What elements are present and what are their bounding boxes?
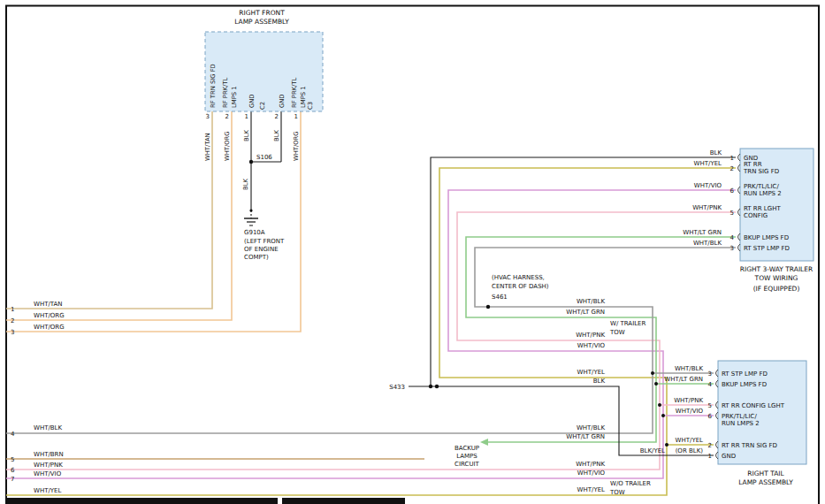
splice-s433-dot: [429, 385, 432, 388]
front-lamp-title-2: LAMP ASSEMBLY: [234, 18, 289, 26]
s461-note-1: (HVAC HARNESS,: [492, 274, 545, 281]
splice-s461-dot: [486, 305, 490, 309]
tail-wire-label: WHT/BLK: [675, 365, 704, 372]
left-wire-label: WHT/VIO: [34, 470, 62, 477]
front-pin-number: 3: [206, 113, 210, 120]
front-pin-number: 1: [294, 113, 298, 120]
ground-lead-dot: [249, 209, 252, 211]
lower-wire-label: WHT/LT GRN: [566, 433, 605, 440]
tow-wire-label: WHT/VIO: [694, 182, 722, 189]
mid-wire-label: WHT/BLK: [577, 298, 606, 305]
tow-pin-function: BKUP LMPS FD: [744, 234, 789, 241]
ground-symbol-icon: [244, 218, 258, 225]
left-wire-label: WHT/PNK: [34, 462, 63, 469]
lower-wire-label: WHT/YEL: [577, 486, 606, 493]
tow-pin-function: PRK/TL/LIC/: [744, 183, 779, 190]
front-pin-label: RF PRK/TL: [291, 77, 298, 108]
front-pin-label: RF TRN SIG FD: [210, 64, 217, 108]
tow-pin-function: RT RR LGHT: [744, 205, 781, 212]
drop-wire-label: WHT/TAN: [204, 133, 211, 161]
left-wire-number: 7: [11, 476, 14, 483]
tow-pin-function: RT STP LMP FD: [744, 245, 790, 252]
tow-box-caption-3: (IF EQUIPPED): [753, 285, 800, 293]
with-trailer-tow-label-2: TOW: [609, 329, 625, 336]
tail-pin-number: 1: [708, 453, 712, 460]
tail-pin-function: BKUP LMPS FD: [722, 381, 767, 388]
junction-dot: [651, 371, 654, 375]
t ow-pin-number: 2: [730, 165, 734, 172]
front-pin-number: 2: [275, 113, 279, 120]
tail-pin-function: RT RR TRN SIG FD: [722, 442, 777, 449]
wire-wht-vio-run: [6, 190, 736, 478]
tail-lamp-box-section: WHT/BLK 3 WHT/LT GRN 4 WHT/PNK 5 WHT/VIO…: [640, 361, 806, 486]
tail-wire-label: WHT/YEL: [676, 437, 704, 444]
tail-pin-function: RT RR CONFIG LGHT: [722, 402, 785, 409]
bottom-bar-right: [282, 498, 405, 504]
splice-s106-dot: [249, 160, 253, 164]
wiring-diagram-canvas: RIGHT FRONT LAMP ASSEMBLY RF TRN SIG FD …: [0, 0, 825, 504]
splice-callouts: (HVAC HARNESS, CENTER OF DASH) S461 S433: [389, 274, 549, 391]
tail-wire-label: WHT/LT GRN: [664, 376, 703, 383]
tow-pin-number: 3: [730, 245, 734, 252]
tail-pin-number: 4: [708, 381, 713, 388]
ground-location-3: COMPT): [244, 254, 269, 261]
tow-pin-function: RUN LMPS 2: [744, 190, 782, 197]
page-border: [6, 6, 819, 504]
with-trailer-tow-label-1: W/ TRAILER: [610, 320, 646, 327]
s106-wire-label: BLK: [242, 179, 249, 190]
tail-pin-function: RT STP LMP FD: [722, 370, 768, 378]
front-pin-number: 2: [225, 113, 229, 120]
splice-s433-dot-2: [435, 385, 439, 388]
front-lamp-title-1: RIGHT FRONT: [239, 9, 285, 17]
tail-wire-label: WHT/VIO: [676, 408, 704, 415]
left-wire-number: 1: [11, 306, 14, 313]
tow-wire-label: WHT/BLK: [693, 240, 722, 247]
left-wire-label: WHT/ORG: [34, 312, 65, 319]
left-wire-number: 2: [11, 317, 14, 325]
left-wire-number: 6: [11, 467, 15, 474]
tail-pin-number: 5: [708, 402, 712, 409]
bottom-bar-left: [5, 498, 278, 504]
tow-pin-number: 5: [730, 210, 734, 217]
junction-dot: [661, 414, 665, 417]
backup-circuit-label-2: LAMPS: [456, 453, 477, 460]
tail-pin-number: 6: [708, 413, 713, 420]
connector-id-c3: C3: [307, 102, 314, 110]
left-wire-number: 5: [11, 456, 14, 463]
tow-pin-function: CONFIG: [744, 212, 768, 219]
left-wire-number: 3: [11, 329, 14, 336]
left-wire-label: WHT/TAN: [34, 301, 63, 308]
front-pin-label: GND: [248, 94, 256, 108]
front-pin-number: 1: [245, 113, 248, 120]
front-pin-label: LMPS 1: [231, 86, 238, 108]
tail-box-caption-2: LAMP ASSEMBLY: [738, 478, 793, 486]
mid-wire-label: WHT/LT GRN: [566, 309, 605, 316]
front-pin-label: RF PRK/TL: [222, 77, 229, 108]
mid-wire-label: WHT/VIO: [577, 342, 606, 349]
drop-wire-label: BLK: [273, 130, 280, 141]
tow-pin-function: RT RR: [744, 161, 762, 168]
front-pin-label: GND: [279, 94, 286, 108]
left-wire-label: WHT/ORG: [34, 324, 65, 331]
tail-pin-function: RUN LMPS 2: [722, 420, 760, 427]
left-wire-label: WHT/BLK: [34, 424, 63, 431]
splice-s433-label: S433: [389, 384, 405, 391]
s106-ground-section: S106 BLK G910A (LEFT FRONT OF ENGINE COM…: [242, 154, 285, 261]
tail-wire-label: BLK/YEL: [640, 447, 665, 454]
mid-wire-label: WHT/YEL: [577, 369, 606, 376]
s461-note-2: CENTER OF DASH): [492, 283, 549, 290]
trailer-tow-box-section: BLK 1 WHT/YEL 2 WHT/VIO 6 WHT/PNK 5 WHT/…: [683, 149, 814, 293]
backup-circuit-label-1: BACKUP: [455, 445, 479, 452]
junction-dot: [654, 382, 658, 386]
tow-box-caption-2: TOW WIRING: [754, 274, 798, 282]
tow-wire-label: WHT/PNK: [692, 204, 722, 211]
lower-wire-label: WHT/BLK: [577, 424, 606, 431]
drop-wire-label: WHT/ORG: [293, 131, 300, 161]
ground-location-1: (LEFT FRONT: [244, 238, 285, 245]
tail-pin-number: 3: [708, 370, 712, 378]
wire-wht-org-run: [6, 111, 301, 332]
backup-circuit-label-3: CIRCUIT: [455, 461, 480, 468]
lower-wire-label: WHT/VIO: [577, 470, 606, 477]
without-trailer-tow-label-2: TOW: [609, 489, 625, 496]
drop-wire-label: WHT/ORG: [224, 131, 231, 161]
